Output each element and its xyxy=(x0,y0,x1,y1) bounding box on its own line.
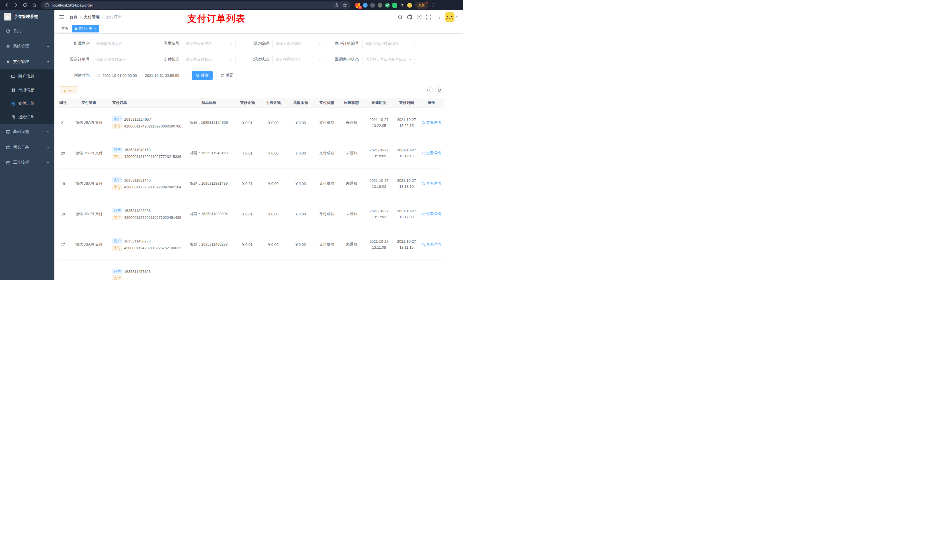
sidebar-item-app-info[interactable]: 应用信息 xyxy=(0,83,54,97)
channel-code-filter-select[interactable]: 请输入渠道编码 xyxy=(272,39,325,48)
close-tab-icon[interactable]: × xyxy=(94,27,96,30)
navbar-actions: ? xyxy=(398,12,458,22)
browser-update-button[interactable]: 更新 xyxy=(415,2,428,9)
magnifier-icon xyxy=(422,121,425,124)
sidebar-item-workflow[interactable]: 工作流程 xyxy=(0,155,54,170)
chevron-up-icon xyxy=(47,60,50,63)
view-detail-link[interactable]: 查看详情 xyxy=(422,242,441,247)
cell-fee: ¥ 0.00 xyxy=(260,121,287,125)
view-detail-link[interactable]: 查看详情 xyxy=(422,181,441,186)
pay-tag: 支付 xyxy=(112,245,123,251)
refresh-table-button[interactable] xyxy=(436,86,443,94)
cell-pay-time: 2021-10-2713:11:15 xyxy=(394,238,419,251)
sidebar-item-devtools[interactable]: 研发工具 xyxy=(0,139,54,155)
share-icon[interactable] xyxy=(333,2,339,8)
sidebar-item-payment[interactable]: ¥ 支付管理 xyxy=(0,54,54,69)
table-row: 21 微信 JSAPI 支付 商户 1635312124657 支付 42000… xyxy=(57,107,443,138)
sidebar-item-system[interactable]: 系统管理 xyxy=(0,39,54,54)
app-filter-select[interactable]: 请选择应用信息 xyxy=(183,39,236,48)
cell-fee: ¥ 0.00 xyxy=(260,242,287,247)
extension-icon[interactable] xyxy=(392,3,397,8)
cell-id: 20 xyxy=(57,151,69,155)
browser-chrome: localhost:1024/pay/order 10 xyxy=(0,0,463,10)
breadcrumb-pay-mgmt[interactable]: 支付管理 xyxy=(84,15,100,20)
user-avatar[interactable] xyxy=(445,12,458,22)
range-start: 2021-10-01 00:00:00 xyxy=(103,73,137,78)
cell-status: 支付成功 xyxy=(314,181,339,186)
channel-pay-no: 4200001167202110271022491439 xyxy=(124,216,182,220)
cell-action: 查看详情 xyxy=(419,242,443,247)
back-icon[interactable] xyxy=(3,1,11,9)
app-title: 芋道管理系统 xyxy=(14,14,38,20)
view-detail-link[interactable]: 查看详情 xyxy=(422,151,441,155)
site-info-icon[interactable] xyxy=(44,2,50,8)
cell-pay-time: 2021-10-2713:17:08 xyxy=(394,208,419,220)
chevron-down-icon xyxy=(229,42,232,45)
merchant-filter-input[interactable] xyxy=(93,39,147,48)
sidebar-item-home[interactable]: 首页 xyxy=(0,23,54,39)
channel-order-no-filter-input[interactable] xyxy=(93,55,147,64)
sidebar-item-pay-order[interactable]: 支付订单 xyxy=(0,97,54,110)
view-detail-link[interactable]: 查看详情 xyxy=(422,120,441,125)
fullscreen-icon[interactable] xyxy=(426,15,431,20)
sidebar-toggle-icon[interactable] xyxy=(59,14,65,20)
github-icon[interactable] xyxy=(407,15,412,20)
create-time-filter-label: 创建时间 xyxy=(62,73,90,78)
search-button[interactable]: 搜索 xyxy=(192,71,213,80)
toggle-search-button[interactable] xyxy=(425,86,433,94)
cell-refund: ¥ 0.00 xyxy=(287,121,314,125)
sidebar-item-infra[interactable]: 基础设施 xyxy=(0,124,54,139)
refresh-icon xyxy=(438,89,441,92)
monitor-icon xyxy=(6,130,10,134)
forward-icon[interactable] xyxy=(12,1,20,9)
refund-status-filter-select[interactable]: 请选择退款状态 xyxy=(272,55,325,64)
view-detail-link[interactable]: 查看详情 xyxy=(422,211,441,217)
extension-icon[interactable] xyxy=(407,3,412,8)
cell-action: 查看详情 xyxy=(419,151,443,155)
sidebar: 芋道管理系统 首页 系统管理 ¥ 支付管 xyxy=(0,10,54,280)
export-button[interactable]: 导出 xyxy=(60,86,78,94)
extension-icon[interactable] xyxy=(400,3,405,8)
sidebar-item-refund-order[interactable]: 退款订单 xyxy=(0,110,54,124)
callback-status-filter-label: 回调商户状态 xyxy=(328,57,359,62)
extension-icon[interactable] xyxy=(363,3,368,8)
cell-channel: 微信 JSAPI 支付 xyxy=(69,181,109,186)
cell-notify: 未通知 xyxy=(339,211,364,217)
browser-menu-icon[interactable] xyxy=(429,1,437,9)
help-icon[interactable]: ? xyxy=(416,15,422,20)
merchant-tag: 商户 xyxy=(112,238,123,244)
main-content: 首页 / 支付管理 / 支付订单 支付订单列表 ? xyxy=(54,10,463,280)
sidebar-item-merchant-info[interactable]: 商户信息 xyxy=(0,69,54,83)
dashboard-icon xyxy=(6,29,10,33)
extension-icon[interactable]: 10 xyxy=(356,3,360,8)
callback-status-filter-select[interactable]: 请选择订单回调商户状态 xyxy=(362,55,415,64)
tab-pay-order[interactable]: 支付订单 × xyxy=(72,25,99,32)
bookmark-star-icon[interactable] xyxy=(342,2,348,8)
breadcrumb-home[interactable]: 首页 xyxy=(70,15,77,20)
refresh-icon[interactable] xyxy=(21,1,29,9)
cell-channel: 微信 JSAPI 支付 xyxy=(69,120,109,125)
col-pay-order: 支付订单 xyxy=(109,100,183,105)
search-icon[interactable] xyxy=(398,15,403,20)
extension-icon[interactable] xyxy=(378,3,383,8)
merchant-order-no-filter-input[interactable] xyxy=(362,39,415,48)
tab-home[interactable]: 首页 xyxy=(59,25,71,32)
cell-pay-order: 商户 1635311881440 支付 42000011732021102728… xyxy=(109,176,183,191)
breadcrumb: 首页 / 支付管理 / 支付订单 xyxy=(70,15,122,20)
merchant-order-no: 1635311468233 xyxy=(124,239,151,243)
cell-title: 标题：1635311823086 xyxy=(183,211,235,217)
home-icon[interactable] xyxy=(30,1,38,9)
extension-icon[interactable] xyxy=(370,3,375,8)
reset-button[interactable]: 重置 xyxy=(216,71,237,80)
magnifier-icon xyxy=(422,182,425,185)
create-time-range-picker[interactable]: 2021-10-01 00:00:00 - 2021-10-31 23:59:5… xyxy=(93,71,188,80)
channel-pay-no: 4200001181202110277723215336 xyxy=(124,154,182,159)
font-size-icon[interactable] xyxy=(436,15,440,20)
extension-icon[interactable] xyxy=(385,3,390,8)
pay-status-filter-select[interactable]: 请选择支付状态 xyxy=(183,55,236,64)
cell-status: 支付成功 xyxy=(314,120,339,125)
orders-table: 编号 支付渠道 支付订单 商品标题 支付金额 手续金额 退款金额 支付状态 回调… xyxy=(57,98,443,280)
cell-id: 17 xyxy=(57,242,69,247)
address-bar[interactable]: localhost:1024/pay/order xyxy=(41,2,351,9)
briefcase-icon xyxy=(6,160,10,165)
